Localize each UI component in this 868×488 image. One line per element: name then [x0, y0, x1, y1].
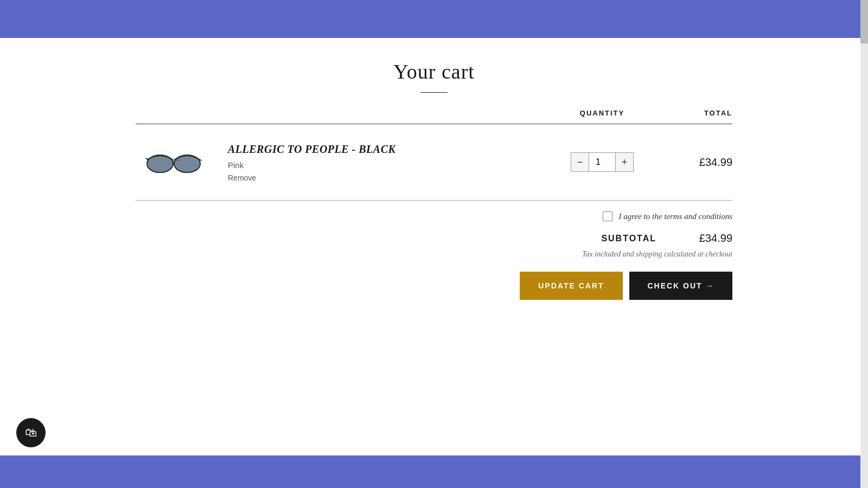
- product-name: ALLERGIC TO PEOPLE - BLACK: [228, 142, 559, 156]
- quantity-input[interactable]: [589, 152, 615, 172]
- subtotal-row: SUBTOTAL £34.99: [136, 232, 732, 245]
- subtotal-label: SUBTOTAL: [601, 234, 656, 243]
- action-buttons: UPDATE CART CHECK OUT →: [136, 272, 732, 300]
- shopify-badge[interactable]: 🛍: [16, 418, 46, 447]
- terms-checkbox[interactable]: [603, 211, 612, 221]
- product-image-wrap: [136, 140, 212, 184]
- title-divider: [420, 92, 448, 93]
- quantity-control: − +: [559, 152, 646, 172]
- cart-footer: I agree to the terms and conditions SUBT…: [136, 201, 732, 300]
- total-column-header: TOTAL: [646, 109, 732, 117]
- footer-bar: [0, 455, 868, 488]
- page-title: Your cart: [43, 60, 825, 84]
- terms-row: I agree to the terms and conditions: [136, 211, 732, 221]
- cart-item-row: ALLERGIC TO PEOPLE - BLACK Pink Remove −…: [136, 124, 732, 201]
- terms-label: I agree to the terms and conditions: [619, 212, 732, 221]
- update-cart-button[interactable]: UPDATE CART: [520, 272, 623, 300]
- quantity-decrease-button[interactable]: −: [571, 152, 589, 172]
- cart-header-row: QUANTITY TOTAL: [136, 109, 732, 124]
- tax-note: Tax included and shipping calculated at …: [136, 250, 732, 259]
- cart-table: QUANTITY TOTAL: [136, 109, 732, 201]
- product-image: [141, 140, 206, 184]
- product-info: ALLERGIC TO PEOPLE - BLACK Pink Remove: [212, 142, 559, 183]
- main-content: Your cart QUANTITY TOTAL: [0, 38, 868, 322]
- checkout-button[interactable]: CHECK OUT →: [629, 272, 732, 300]
- subtotal-value: £34.99: [689, 232, 732, 245]
- remove-link[interactable]: Remove: [228, 174, 256, 182]
- header-bar: [0, 0, 868, 38]
- shopify-icon: 🛍: [25, 426, 37, 440]
- scrollbar[interactable]: [860, 0, 868, 488]
- quantity-column-header: QUANTITY: [559, 109, 646, 117]
- item-total: £34.99: [646, 156, 732, 169]
- scrollbar-thumb[interactable]: [860, 0, 868, 43]
- product-variant: Pink: [228, 160, 559, 170]
- quantity-increase-button[interactable]: +: [615, 152, 634, 172]
